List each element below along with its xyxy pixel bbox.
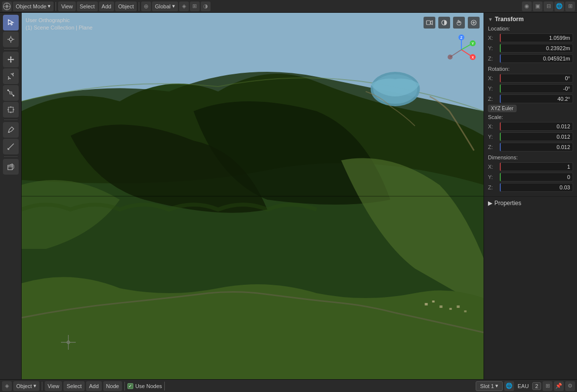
rotation-label: Rotation: (488, 66, 573, 72)
svg-point-1 (5, 5, 8, 8)
rotation-y-value[interactable]: -0° (500, 84, 573, 93)
dimensions-x-row: X: 1 (488, 162, 573, 171)
viewport-camera-button[interactable] (424, 17, 435, 29)
xyz-euler-button[interactable]: XYZ Euler (488, 105, 516, 112)
settings-icon[interactable]: ⚙ (565, 381, 575, 391)
use-nodes-checkbox[interactable]: ✓ (127, 383, 133, 389)
editor-type-bottom-icon[interactable]: ◈ (2, 381, 12, 391)
snap-icon[interactable]: ⊕ (141, 1, 151, 11)
scale-y-value[interactable]: 0.012 (500, 132, 573, 141)
bot-separator-1 (42, 382, 42, 391)
svg-rect-27 (8, 165, 12, 170)
dimensions-y-row: Y: 0 (488, 173, 573, 181)
scale-z-value[interactable]: 0.012 (500, 143, 573, 151)
object-mode-button[interactable]: Object Mode ▾ (13, 1, 54, 11)
location-x-row: X: 1.0599m (488, 33, 573, 42)
separator-2 (139, 2, 139, 11)
rotation-z-value[interactable]: 40.2° (500, 94, 573, 103)
svg-rect-34 (432, 301, 435, 302)
transform-pivot-icon[interactable]: ◈ (179, 1, 189, 11)
location-x-value[interactable]: 1.0599m (500, 33, 573, 42)
scene-icon[interactable]: 🌐 (554, 1, 564, 11)
svg-text:X: X (472, 56, 474, 59)
select-tool-button[interactable] (3, 15, 19, 30)
properties-arrow-icon: ▶ (488, 200, 492, 207)
slot-button[interactable]: Slot 1 ▾ (476, 381, 503, 391)
location-z-value[interactable]: 0.045921m (500, 54, 573, 63)
annotate-tool-button[interactable] (3, 122, 19, 138)
transform-section-header[interactable]: ▼ Transform (488, 16, 573, 23)
dimensions-y-value[interactable]: 0 (500, 173, 573, 181)
global-button[interactable]: Global ▾ (152, 1, 178, 11)
location-z-row: Z: 0.045921m (488, 54, 573, 63)
dimensions-x-label: X: (488, 164, 498, 170)
svg-point-6 (9, 38, 12, 41)
viewport-add-button[interactable] (468, 17, 480, 29)
transform-title: Transform (495, 16, 524, 23)
workspace-icon[interactable]: ⊟ (544, 1, 553, 11)
svg-rect-37 (457, 305, 460, 308)
top-bar: Object Mode ▾ View Select Add Object ⊕ G… (0, 0, 577, 13)
blender-logo-icon[interactable] (2, 1, 12, 11)
add-menu-button[interactable]: Add (99, 1, 115, 11)
dimensions-x-value[interactable]: 1 (500, 162, 573, 171)
bot-separator-3 (164, 382, 165, 391)
rotation-z-row: Z: 40.2° (488, 94, 573, 103)
location-label: Location: (488, 26, 573, 31)
eau-label: EAU (516, 383, 531, 389)
svg-text:Z: Z (460, 36, 463, 39)
location-y-row: Y: 0.23922m (488, 44, 573, 53)
add-menu-bottom-button[interactable]: Add (86, 381, 102, 391)
measure-tool-button[interactable] (3, 139, 19, 154)
svg-point-55 (448, 55, 453, 60)
scale-z-label: Z: (488, 144, 498, 150)
bottom-bar: ◈ Object ▾ View Select Add Node ✓ Use No… (0, 379, 577, 392)
svg-line-24 (8, 144, 14, 150)
svg-rect-38 (464, 310, 467, 312)
viewport-hand-button[interactable] (453, 17, 465, 29)
select-menu-bottom-button[interactable]: Select (63, 381, 85, 391)
scale-tool-button[interactable] (3, 85, 19, 101)
viewport-canvas[interactable]: User Orthographic (1) Scene Collection |… (22, 13, 484, 379)
view-menu-button[interactable]: View (58, 1, 76, 11)
svg-rect-16 (7, 90, 9, 91)
rotate-tool-button[interactable] (3, 68, 19, 84)
location-y-value[interactable]: 0.23922m (500, 44, 573, 53)
orientation-gizmo[interactable]: Z X Y (444, 32, 479, 67)
use-nodes-checkbox-area[interactable]: ✓ Use Nodes (127, 383, 162, 389)
object-menu-button[interactable]: Object (115, 1, 137, 11)
scale-y-row: Y: 0.012 (488, 132, 573, 141)
view-menu-bottom-button[interactable]: View (45, 381, 62, 391)
svg-rect-36 (450, 308, 452, 310)
select-menu-button[interactable]: Select (77, 1, 98, 11)
slot-extra-icon[interactable]: 🌐 (504, 381, 514, 391)
dimensions-z-value[interactable]: 0.03 (500, 183, 573, 192)
crosshair-cursor (61, 335, 76, 350)
view-layer-icon[interactable]: ⊞ (565, 1, 575, 11)
node-view-icon[interactable]: ⊞ (543, 381, 552, 391)
viewport-shading-button[interactable] (438, 17, 450, 29)
transform-arrow-icon: ▼ (488, 17, 493, 22)
scale-x-row: X: 0.012 (488, 122, 573, 131)
object-mode-bottom-button[interactable]: Object ▾ (13, 381, 39, 391)
viewport[interactable]: User Orthographic (1) Scene Collection |… (22, 13, 484, 379)
svg-rect-17 (13, 95, 14, 96)
add-cube-button[interactable] (3, 159, 19, 175)
dimensions-z-row: Z: 0.03 (488, 183, 573, 192)
toolbar-separator-1 (4, 49, 18, 50)
scale-x-value[interactable]: 0.012 (500, 122, 573, 131)
transform-tool-button[interactable] (3, 102, 19, 118)
rotation-x-value[interactable]: 0° (500, 74, 573, 83)
node-menu-button[interactable]: Node (103, 381, 122, 391)
shading-toggle-icon[interactable]: ◑ (201, 1, 211, 11)
properties-toggle[interactable]: ▶ Properties (484, 197, 577, 210)
render-engine-icon[interactable]: ◉ (522, 1, 532, 11)
node-count-badge: 2 (532, 382, 541, 390)
pin-icon[interactable]: 📌 (554, 381, 564, 391)
move-tool-button[interactable] (3, 52, 19, 67)
editor-type-icon[interactable]: ▣ (533, 1, 543, 11)
overlay-icon[interactable]: ⊞ (190, 1, 200, 11)
cursor-tool-button[interactable] (3, 31, 19, 47)
transform-section: ▼ Transform Location: X: 1.0599m Y: 0.23… (484, 13, 577, 197)
svg-rect-13 (10, 92, 12, 94)
